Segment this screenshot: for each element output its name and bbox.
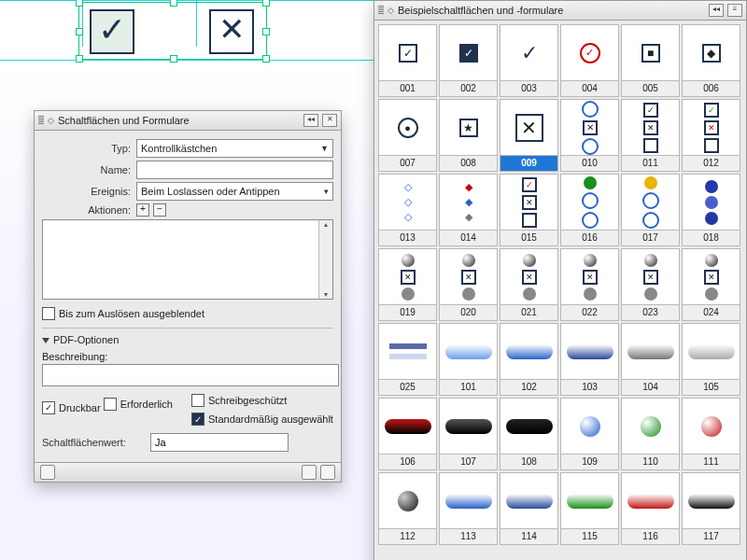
sample-item-107[interactable]: 107 xyxy=(439,398,498,470)
sample-item-115[interactable]: 115 xyxy=(560,472,619,545)
sample-preview: ✕ xyxy=(561,100,618,155)
sample-id-label: 023 xyxy=(622,304,679,320)
standard-checkbox[interactable]: ✓Standardmäßig ausgewählt xyxy=(191,413,333,426)
sample-item-005[interactable]: ■005 xyxy=(621,24,680,97)
sample-preview xyxy=(440,399,497,454)
sample-item-110[interactable]: 110 xyxy=(621,398,680,470)
actions-list[interactable]: ▴▾ xyxy=(42,219,333,300)
sample-preview: ■ xyxy=(622,25,679,80)
collapse-icon[interactable]: ◂◂ xyxy=(303,114,318,127)
checkbox-box xyxy=(104,398,117,411)
sample-item-019[interactable]: ✕019 xyxy=(378,248,437,321)
sample-item-010[interactable]: ✕010 xyxy=(560,99,619,172)
name-input[interactable] xyxy=(136,161,333,179)
sample-preview xyxy=(379,399,436,454)
scrollbar[interactable]: ▴▾ xyxy=(318,220,332,299)
sample-item-016[interactable]: 016 xyxy=(560,174,619,246)
sample-item-108[interactable]: 108 xyxy=(500,398,558,470)
sample-preview xyxy=(500,399,557,454)
schaltflaechenwert-label: Schaltflächenwert: xyxy=(42,437,145,448)
sample-item-007[interactable]: ●007 xyxy=(378,99,437,172)
close-icon[interactable]: ✕ xyxy=(322,114,337,127)
sample-preview: ✓ xyxy=(379,25,436,80)
chevron-icon[interactable]: ◇ xyxy=(388,6,394,15)
collapse-icon[interactable]: ◂◂ xyxy=(709,4,724,17)
sample-item-021[interactable]: ✕021 xyxy=(500,248,558,321)
menu-icon[interactable]: ≡ xyxy=(727,4,742,17)
sample-item-025[interactable]: 025 xyxy=(378,323,437,396)
sample-item-102[interactable]: 102 xyxy=(500,323,558,396)
canvas-checkbox-checked[interactable]: ✓ xyxy=(90,9,134,54)
panel-header[interactable]: ◇ Schaltflächen und Formulare ◂◂ ✕ xyxy=(35,111,341,131)
typ-label: Typ: xyxy=(42,143,131,154)
sample-preview xyxy=(622,324,679,379)
sample-preview xyxy=(622,175,679,230)
sample-id-label: 016 xyxy=(561,230,618,245)
convert-icon[interactable] xyxy=(302,465,317,480)
sample-item-018[interactable]: 018 xyxy=(682,174,740,246)
schaltflaechenwert-input[interactable] xyxy=(150,433,289,452)
sample-item-024[interactable]: ✕024 xyxy=(682,248,740,321)
sample-id-label: 117 xyxy=(683,528,740,544)
sample-preview xyxy=(379,324,436,379)
sample-item-008[interactable]: ★008 xyxy=(439,99,498,172)
sample-item-020[interactable]: ✕020 xyxy=(439,248,498,321)
sample-id-label: 102 xyxy=(500,379,557,395)
sample-item-103[interactable]: 103 xyxy=(560,323,619,396)
sample-preview: ✓✕ xyxy=(683,100,740,155)
sample-item-009[interactable]: ✕009 xyxy=(500,99,558,172)
sample-buttons-panel[interactable]: ◇ Beispielschaltflächen und -formulare ◂… xyxy=(374,0,747,560)
sample-item-012[interactable]: ✓✕012 xyxy=(682,99,740,172)
pdf-options-section-header[interactable]: PDF-Optionen xyxy=(42,334,333,345)
sample-item-109[interactable]: 109 xyxy=(560,398,619,470)
scroll-up-icon[interactable]: ▴ xyxy=(324,220,328,229)
sample-item-116[interactable]: 116 xyxy=(621,472,680,545)
sample-item-011[interactable]: ✓✕011 xyxy=(621,99,680,172)
typ-select[interactable]: Kontrollkästchen▼ xyxy=(136,139,333,158)
sample-item-105[interactable]: 105 xyxy=(682,323,740,396)
sample-item-013[interactable]: ◇◇◇013 xyxy=(378,174,437,246)
sample-item-022[interactable]: ✕022 xyxy=(560,248,619,321)
remove-action-button[interactable]: − xyxy=(153,203,166,217)
buttons-and-forms-panel[interactable]: ◇ Schaltflächen und Formulare ◂◂ ✕ Typ: … xyxy=(34,110,342,483)
sample-item-015[interactable]: ✓✕015 xyxy=(500,174,558,246)
sample-item-117[interactable]: 117 xyxy=(682,472,740,545)
sample-item-112[interactable]: 112 xyxy=(378,472,437,545)
sample-id-label: 113 xyxy=(440,528,497,544)
sample-item-101[interactable]: 101 xyxy=(439,323,498,396)
trash-icon[interactable] xyxy=(320,465,335,480)
sample-item-113[interactable]: 113 xyxy=(439,472,498,545)
sample-preview xyxy=(683,324,740,379)
sample-id-label: 019 xyxy=(379,304,436,320)
sample-preview: ✕ xyxy=(683,249,740,304)
samples-grid: ✓001✓002✓003✓004■005◆006●007★008✕009✕010… xyxy=(374,21,746,549)
sample-item-003[interactable]: ✓003 xyxy=(500,24,558,97)
chevron-icon[interactable]: ◇ xyxy=(48,116,54,125)
sample-item-104[interactable]: 104 xyxy=(621,323,680,396)
hide-until-trigger-checkbox[interactable]: Bis zum Auslösen ausgeblendet xyxy=(42,307,204,320)
erforderlich-checkbox[interactable]: Erforderlich xyxy=(104,398,173,411)
sample-item-014[interactable]: ◆◆◆014 xyxy=(439,174,498,246)
canvas-checkbox-cross[interactable]: ✕ xyxy=(209,9,254,54)
sample-item-004[interactable]: ✓004 xyxy=(560,24,619,97)
panel-header[interactable]: ◇ Beispielschaltflächen und -formulare ◂… xyxy=(374,1,746,21)
sample-item-006[interactable]: ◆006 xyxy=(682,24,740,97)
sample-id-label: 006 xyxy=(683,80,740,96)
schreibgeschuetzt-checkbox[interactable]: Schreibgeschützt xyxy=(191,394,287,407)
scroll-down-icon[interactable]: ▾ xyxy=(324,290,328,299)
sample-item-114[interactable]: 114 xyxy=(500,472,558,545)
sample-item-002[interactable]: ✓002 xyxy=(439,24,498,97)
sample-item-111[interactable]: 111 xyxy=(682,398,740,470)
beschreibung-input[interactable] xyxy=(42,364,339,386)
preview-icon[interactable] xyxy=(40,465,55,480)
sample-item-106[interactable]: 106 xyxy=(378,398,437,470)
ereignis-select[interactable]: Beim Loslassen oder Antippen▾ xyxy=(136,182,333,201)
sample-id-label: 004 xyxy=(561,80,618,96)
sample-id-label: 021 xyxy=(500,304,557,320)
add-action-button[interactable]: + xyxy=(136,203,149,217)
sample-item-001[interactable]: ✓001 xyxy=(378,24,437,97)
sample-item-023[interactable]: ✕023 xyxy=(621,248,680,321)
druckbar-checkbox[interactable]: ✓Druckbar xyxy=(42,401,101,414)
sample-preview: ◆ xyxy=(683,25,740,80)
sample-item-017[interactable]: 017 xyxy=(621,174,680,246)
